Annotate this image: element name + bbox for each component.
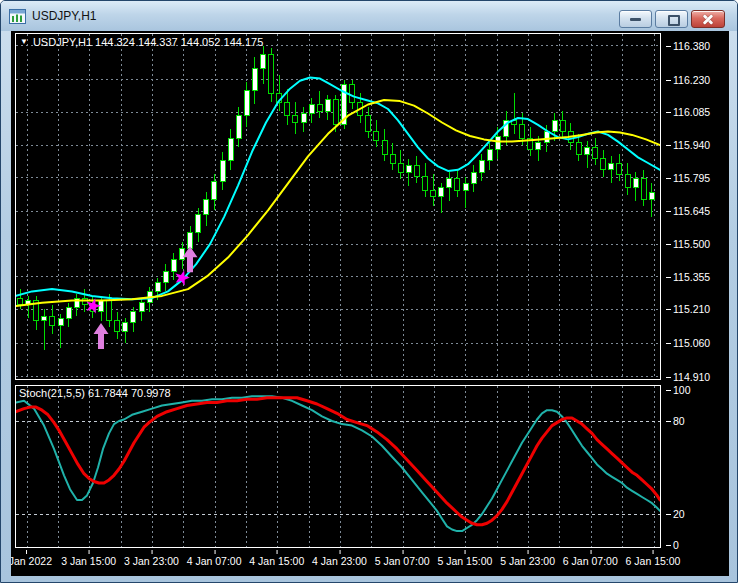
- time-axis-label: 5 Jan 23:00: [500, 555, 555, 568]
- axis-label: 0: [673, 538, 679, 552]
- candle: [325, 95, 330, 120]
- candle: [585, 141, 590, 168]
- axis-label: 115.060: [673, 336, 710, 350]
- restore-button[interactable]: [655, 10, 688, 28]
- buy-arrow-icon: [94, 323, 109, 349]
- window-controls: [619, 10, 725, 28]
- time-axis-label: 4 Jan 23:00: [312, 555, 367, 568]
- candle: [74, 294, 79, 317]
- candle: [382, 129, 387, 161]
- time-axis-label: 4 Jan 15:00: [249, 555, 304, 568]
- time-axis-label: 3 Jan 23:00: [124, 555, 179, 568]
- candle: [261, 46, 266, 84]
- candle: [512, 93, 517, 134]
- candle: [593, 138, 598, 165]
- candle: [131, 307, 136, 332]
- stoch-panel[interactable]: Stoch(21,5,5) 61.7844 70.9978: [15, 385, 661, 548]
- candle: [163, 264, 168, 291]
- candle: [423, 163, 428, 197]
- candle: [390, 143, 395, 170]
- minimize-button[interactable]: [619, 10, 652, 28]
- time-axis-label: 4 Jan 07:00: [187, 555, 242, 568]
- candle: [99, 298, 104, 321]
- candle: [220, 152, 225, 190]
- axis-label: 115.210: [673, 302, 710, 316]
- axis-label: 115.795: [673, 171, 710, 185]
- candle: [528, 127, 533, 156]
- candle: [171, 253, 176, 280]
- candle: [455, 170, 460, 197]
- candle: [139, 298, 144, 321]
- time-axis-label: 6 Jan 07:00: [563, 555, 618, 568]
- candle: [617, 154, 622, 181]
- main-chart-panel[interactable]: ▼ USDJPY,H1 144.324 144.337 144.052 144.…: [15, 33, 661, 380]
- candle: [204, 192, 209, 226]
- axis-label: 116.380: [673, 39, 710, 53]
- candle: [414, 156, 419, 183]
- restore-icon: [668, 15, 680, 26]
- candle: [463, 177, 468, 209]
- axis-label: 115.355: [673, 270, 710, 284]
- chart-ohlc-label: USDJPY,H1 144.324 144.337 144.052 144.17…: [33, 36, 263, 48]
- axis-label: 114.910: [673, 370, 710, 384]
- candle: [447, 172, 452, 201]
- candle: [212, 174, 217, 210]
- time-axis-label: 3 Jan 15:00: [61, 555, 116, 568]
- candle: [50, 305, 55, 334]
- candle: [504, 111, 509, 145]
- time-axis-label: 3 Jan 2022: [11, 555, 52, 568]
- candle: [406, 159, 411, 186]
- chart-window-icon: [9, 9, 26, 24]
- candle: [115, 312, 120, 339]
- close-button[interactable]: [691, 10, 725, 28]
- candle: [609, 156, 614, 183]
- symbol-dropdown-icon[interactable]: ▼: [20, 38, 28, 46]
- stoch-indicator-label: Stoch(21,5,5) 61.7844 70.9978: [19, 387, 171, 399]
- candle: [471, 165, 476, 192]
- candle: [374, 120, 379, 147]
- main-chart-canvas[interactable]: [16, 34, 660, 379]
- chart-client-area: ▼ USDJPY,H1 144.324 144.337 144.052 144.…: [11, 31, 729, 576]
- candle: [633, 172, 638, 201]
- candle: [42, 309, 47, 350]
- chart-header: ▼ USDJPY,H1 144.324 144.337 144.052 144.…: [20, 36, 263, 48]
- stoch-canvas[interactable]: [16, 386, 660, 547]
- minimize-icon: [630, 18, 641, 21]
- candle: [625, 163, 630, 195]
- time-axis-label: 5 Jan 15:00: [437, 555, 492, 568]
- candle: [228, 129, 233, 170]
- stoch-main-line: [16, 396, 660, 531]
- axis-label: 116.085: [673, 105, 710, 119]
- candle: [123, 318, 128, 343]
- axis-label: 80: [673, 414, 685, 428]
- candle: [26, 296, 31, 319]
- axis-label: 115.940: [673, 138, 710, 152]
- candle: [398, 150, 403, 179]
- candle: [317, 91, 322, 118]
- candle: [309, 98, 314, 123]
- axis-label: 20: [673, 507, 685, 521]
- time-axis-label: 6 Jan 15:00: [626, 555, 681, 568]
- candle: [252, 57, 257, 104]
- candle: [34, 296, 39, 330]
- axis-label: 100: [673, 383, 691, 397]
- candle: [479, 154, 484, 181]
- titlebar[interactable]: USDJPY,H1: [1, 1, 737, 31]
- candle: [244, 82, 249, 127]
- candle: [439, 183, 444, 212]
- candle: [641, 170, 646, 206]
- candle: [269, 48, 274, 102]
- candle: [66, 303, 71, 328]
- app-window: USDJPY,H1 ▼ USDJPY,H1 144.324 144.337 14…: [0, 0, 738, 583]
- candle: [366, 107, 371, 139]
- time-axis-label: 5 Jan 07:00: [375, 555, 430, 568]
- candle: [560, 111, 565, 138]
- candle: [196, 208, 201, 242]
- axis-label: 116.230: [673, 73, 710, 87]
- candle: [293, 102, 298, 134]
- candle: [601, 150, 606, 177]
- time-axis[interactable]: 3 Jan 20223 Jan 15:003 Jan 23:004 Jan 07…: [11, 553, 729, 571]
- window-title: USDJPY,H1: [32, 9, 96, 23]
- axis-label: 115.500: [673, 237, 710, 251]
- candle: [301, 107, 306, 132]
